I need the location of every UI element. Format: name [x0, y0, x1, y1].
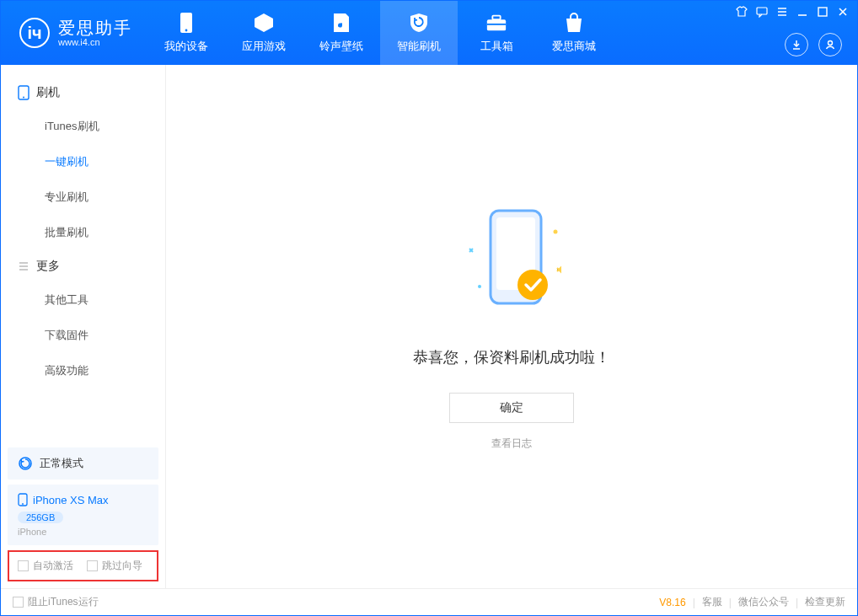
- titlebar: iч 爱思助手 www.i4.cn 我的设备 应用游戏 铃声壁纸 智能刷机: [1, 1, 857, 65]
- menu-icon[interactable]: [776, 6, 788, 18]
- auto-activate-checkbox[interactable]: 自动激活: [18, 559, 73, 573]
- nav-label: 智能刷机: [397, 39, 441, 54]
- sidebar-item-pro-flash[interactable]: 专业刷机: [1, 179, 165, 215]
- svg-point-12: [22, 503, 24, 505]
- bag-icon: [563, 12, 585, 34]
- feedback-icon[interactable]: [756, 6, 768, 18]
- footer-link-update[interactable]: 检查更新: [805, 595, 845, 609]
- svg-point-9: [23, 97, 24, 99]
- svg-rect-5: [757, 8, 767, 14]
- app-window: iч 爱思助手 www.i4.cn 我的设备 应用游戏 铃声壁纸 智能刷机: [0, 0, 858, 616]
- sidebar-bottom: 正常模式 iPhone XS Max 256GB iPhone 自动激活 跳过向…: [1, 441, 165, 588]
- nav-store[interactable]: 爱思商城: [535, 1, 613, 65]
- note-file-icon: [330, 12, 352, 34]
- shield-refresh-icon: [408, 12, 430, 34]
- logo-area: iч 爱思助手 www.i4.cn: [1, 1, 147, 65]
- download-button[interactable]: [785, 33, 808, 56]
- app-name: 爱思助手: [58, 19, 132, 37]
- svg-point-17: [478, 285, 481, 288]
- svg-point-16: [554, 230, 558, 234]
- skip-guide-checkbox[interactable]: 跳过向导: [87, 559, 142, 573]
- cube-icon: [253, 12, 275, 34]
- svg-rect-3: [492, 16, 500, 20]
- svg-point-1: [185, 29, 188, 32]
- nav-label: 工具箱: [480, 39, 513, 54]
- body: 刷机 iTunes刷机 一键刷机 专业刷机 批量刷机 更多 其他工具 下载固件 …: [1, 65, 857, 588]
- nav-my-device[interactable]: 我的设备: [147, 1, 225, 65]
- sidebar-item-oneclick-flash[interactable]: 一键刷机: [1, 144, 165, 179]
- sidebar-item-itunes-flash[interactable]: iTunes刷机: [1, 109, 165, 144]
- nav-label: 铃声壁纸: [319, 39, 363, 54]
- success-message: 恭喜您，保资料刷机成功啦！: [413, 347, 610, 367]
- sidebar-item-batch-flash[interactable]: 批量刷机: [1, 215, 165, 250]
- nav-label: 我的设备: [164, 39, 208, 54]
- device-name: iPhone XS Max: [33, 494, 109, 506]
- status-text: 正常模式: [40, 456, 83, 471]
- nav-toolbox[interactable]: 工具箱: [458, 1, 535, 65]
- nav-label: 应用游戏: [242, 39, 286, 54]
- footer-link-wechat[interactable]: 微信公众号: [738, 595, 789, 609]
- top-nav: 我的设备 应用游戏 铃声壁纸 智能刷机 工具箱 爱思商城: [147, 1, 613, 65]
- sidebar: 刷机 iTunes刷机 一键刷机 专业刷机 批量刷机 更多 其他工具 下载固件 …: [1, 65, 166, 588]
- window-controls: [736, 6, 849, 18]
- svg-rect-4: [487, 24, 506, 25]
- skin-icon[interactable]: [736, 6, 748, 18]
- sidebar-scroll: 刷机 iTunes刷机 一键刷机 专业刷机 批量刷机 更多 其他工具 下载固件 …: [1, 65, 165, 441]
- device-type: iPhone: [18, 527, 148, 537]
- device-card[interactable]: iPhone XS Max 256GB iPhone: [8, 485, 158, 545]
- sidebar-section-flash: 刷机: [1, 77, 165, 109]
- sidebar-item-advanced[interactable]: 高级功能: [1, 353, 165, 388]
- section-title: 刷机: [36, 85, 60, 100]
- main-content: 恭喜您，保资料刷机成功啦！ 确定 查看日志: [166, 65, 857, 588]
- logo-icon: iч: [19, 18, 50, 48]
- footer-link-support[interactable]: 客服: [702, 595, 722, 609]
- maximize-button[interactable]: [817, 6, 829, 18]
- nav-label: 爱思商城: [552, 39, 596, 54]
- ok-button[interactable]: 确定: [449, 393, 574, 423]
- flash-options-highlighted: 自动激活 跳过向导: [8, 550, 158, 581]
- version-label: V8.16: [659, 597, 685, 608]
- logo-text: 爱思助手 www.i4.cn: [58, 19, 132, 47]
- nav-ringtone-wallpaper[interactable]: 铃声壁纸: [303, 1, 380, 65]
- minimize-button[interactable]: [796, 6, 808, 18]
- device-icon: [175, 12, 197, 34]
- toolbox-icon: [485, 12, 507, 34]
- sidebar-section-more: 更多: [1, 250, 165, 282]
- phone-icon: [18, 85, 29, 100]
- block-itunes-checkbox[interactable]: 阻止iTunes运行: [13, 595, 99, 609]
- footer: 阻止iTunes运行 V8.16 | 客服 | 微信公众号 | 检查更新: [1, 588, 857, 615]
- nav-smart-flash[interactable]: 智能刷机: [380, 1, 458, 65]
- refresh-icon: [18, 456, 33, 471]
- sidebar-item-download-firmware[interactable]: 下载固件: [1, 318, 165, 353]
- phone-small-icon: [18, 493, 28, 506]
- device-mode-card[interactable]: 正常模式: [8, 447, 158, 479]
- svg-point-7: [829, 41, 833, 46]
- app-url: www.i4.cn: [58, 37, 132, 47]
- svg-rect-6: [818, 8, 827, 16]
- list-icon: [18, 260, 29, 272]
- success-illustration: [444, 202, 579, 324]
- titlebar-circle-buttons: [785, 33, 842, 56]
- device-storage-badge: 256GB: [18, 512, 63, 523]
- svg-point-15: [517, 270, 548, 300]
- view-log-link[interactable]: 查看日志: [491, 437, 532, 451]
- account-button[interactable]: [818, 33, 842, 56]
- sidebar-item-other-tools[interactable]: 其他工具: [1, 282, 165, 318]
- section-title: 更多: [36, 259, 60, 274]
- nav-apps-games[interactable]: 应用游戏: [225, 1, 303, 65]
- close-button[interactable]: [837, 6, 849, 18]
